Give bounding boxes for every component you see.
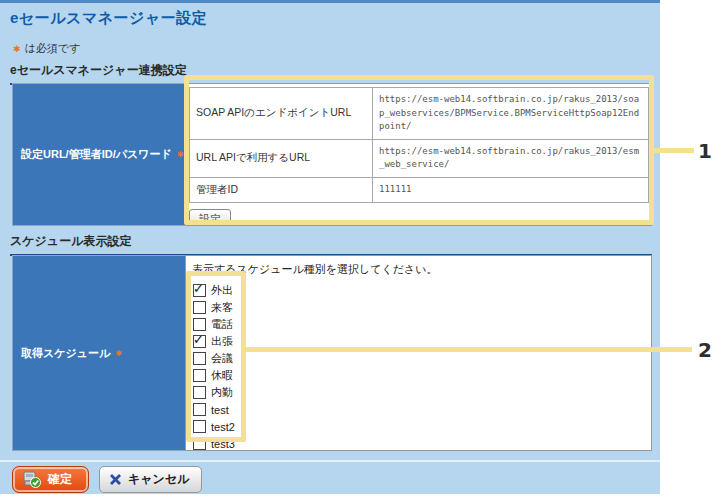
annotation-number-2: 2 bbox=[698, 338, 712, 362]
checkbox-row[interactable]: test2 bbox=[192, 418, 645, 435]
screenshot-stage: eセールスマネージャー設定 ✱は必須です eセールスマネージャー連携設定 設定U… bbox=[0, 0, 721, 501]
checkbox-row[interactable]: test bbox=[192, 401, 645, 418]
checkbox-row[interactable]: 外出 bbox=[192, 282, 645, 299]
row-header-label: 設定URL/管理者ID/パスワード bbox=[21, 147, 172, 162]
confirm-button-label: 確定 bbox=[48, 471, 72, 488]
checkbox-row[interactable]: 来客 bbox=[192, 299, 645, 316]
page-title: eセールスマネージャー設定 bbox=[10, 9, 207, 28]
checkbox-row[interactable]: 内勤 bbox=[192, 384, 645, 401]
required-mark-icon: ✱ bbox=[13, 44, 21, 54]
row-header-schedule: 取得スケジュール ✱ bbox=[12, 255, 185, 451]
x-icon bbox=[108, 472, 123, 487]
checkbox-row[interactable]: 電話 bbox=[192, 316, 645, 333]
section-header-schedule: スケジュール表示設定 bbox=[10, 233, 652, 256]
highlight-connector-2 bbox=[244, 347, 692, 352]
cancel-button[interactable]: キャンセル bbox=[99, 466, 202, 493]
checkbox-row[interactable]: 会議 bbox=[192, 350, 645, 367]
highlight-box-2 bbox=[186, 271, 246, 442]
footer-separator bbox=[0, 460, 660, 462]
highlight-connector-1 bbox=[652, 148, 694, 153]
confirm-button[interactable]: 確定 bbox=[12, 466, 89, 493]
checkbox-row[interactable]: test3 bbox=[192, 435, 645, 451]
required-mark-icon: ✱ bbox=[115, 349, 122, 358]
schedule-type-list: 外出 来客 電話 bbox=[192, 282, 645, 451]
checkbox-row[interactable]: 休暇 bbox=[192, 367, 645, 384]
schedule-settings-content: 表示するスケジュール種別を選択してください。 外出 来客 bbox=[185, 255, 652, 451]
row-header-label: 取得スケジュール bbox=[21, 346, 110, 361]
required-mark-icon: ✱ bbox=[177, 150, 184, 159]
required-note: ✱は必須です bbox=[13, 41, 80, 56]
register-check-icon bbox=[23, 471, 41, 488]
row-header-url-admin-password: 設定URL/管理者ID/パスワード ✱ bbox=[12, 83, 185, 226]
required-note-text: は必須です bbox=[25, 42, 81, 54]
schedule-settings-table: 取得スケジュール ✱ 表示するスケジュール種別を選択してください。 外出 bbox=[12, 255, 652, 451]
annotation-number-1: 1 bbox=[698, 139, 712, 163]
footer-buttons: 確定 キャンセル bbox=[12, 466, 202, 493]
schedule-instruction: 表示するスケジュール種別を選択してください。 bbox=[192, 262, 645, 277]
cancel-button-label: キャンセル bbox=[128, 471, 189, 488]
highlight-box-1 bbox=[184, 75, 654, 225]
